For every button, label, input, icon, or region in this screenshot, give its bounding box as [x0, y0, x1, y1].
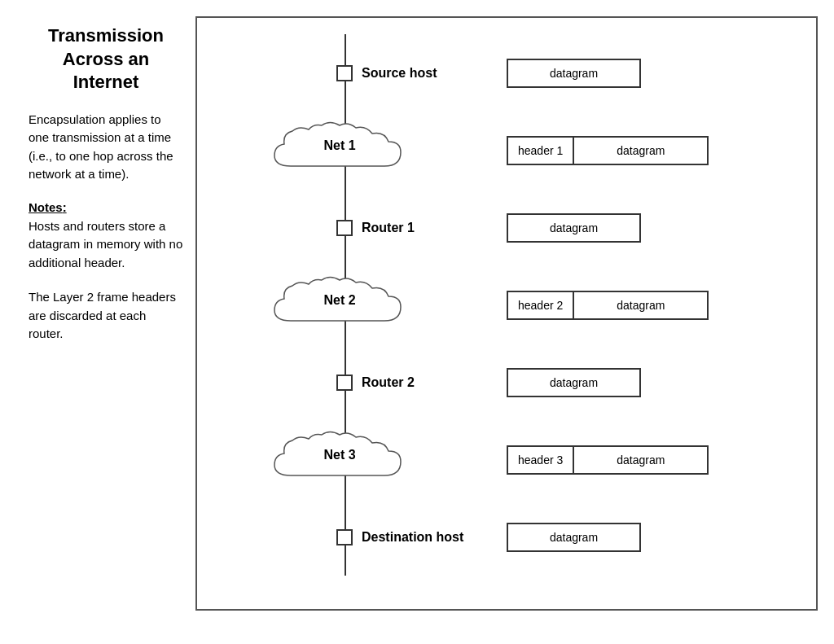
datagram-box-router1: datagram [507, 213, 641, 243]
header-box-net2: header 2 [507, 291, 574, 320]
datagram-box-destination-host: datagram [507, 523, 641, 552]
svg-text:Net 1: Net 1 [323, 138, 355, 152]
row-net1: Net 1 header 1datagram [205, 112, 808, 189]
square-node-router1 [336, 220, 353, 236]
diagram-inner: Source hostdatagram Net 1 header 1datagr… [205, 34, 808, 576]
datagram-box-net3: datagram [574, 445, 709, 475]
datagram-box-router2: datagram [507, 368, 641, 397]
square-node-source-host [336, 65, 353, 81]
datagram-box-net1: datagram [574, 136, 709, 165]
page-title: Transmission Across an Internet [29, 24, 183, 94]
cloud-node-net1: Net 1 [266, 121, 417, 180]
square-node-router2 [336, 375, 353, 391]
packet-area-net2: header 2datagram [482, 266, 808, 344]
row-router1: Router 1datagram [205, 189, 808, 266]
row-source-host: Source hostdatagram [205, 34, 808, 112]
row-net2: Net 2 header 2datagram [205, 266, 808, 344]
square-node-destination-host [336, 529, 353, 545]
packet-area-router2: datagram [482, 344, 808, 421]
cloud-node-net2: Net 2 [266, 276, 417, 335]
row-router2: Router 2datagram [205, 344, 808, 421]
diagram-panel: Source hostdatagram Net 1 header 1datagr… [195, 16, 818, 611]
cloud-node-net3: Net 3 [266, 431, 417, 489]
node-label-destination-host: Destination host [362, 530, 463, 545]
packet-area-net1: header 1datagram [482, 112, 808, 189]
svg-text:Net 2: Net 2 [323, 293, 355, 307]
node-label-router1: Router 1 [362, 221, 415, 235]
header-box-net1: header 1 [507, 136, 574, 165]
notes-text: Hosts and routers store a datagram in me… [29, 217, 183, 273]
header-box-net3: header 3 [507, 445, 574, 475]
node-label-source-host: Source host [362, 66, 437, 81]
row-net3: Net 3 header 3datagram [205, 421, 808, 498]
packet-area-router1: datagram [482, 189, 808, 266]
packet-area-source-host: datagram [482, 34, 808, 112]
layer-text: The Layer 2 frame headers are discarded … [29, 288, 183, 344]
notes-heading: Notes: [29, 200, 183, 214]
svg-text:Net 3: Net 3 [323, 448, 355, 462]
row-destination-host: Destination hostdatagram [205, 498, 808, 576]
packet-area-net3: header 3datagram [482, 421, 808, 498]
datagram-box-source-host: datagram [507, 59, 641, 88]
node-label-router2: Router 2 [362, 375, 415, 390]
description-text: Encapsulation applies to one transmissio… [29, 111, 183, 184]
datagram-box-net2: datagram [574, 291, 709, 320]
left-panel: Transmission Across an Internet Encapsul… [16, 16, 195, 352]
packet-area-destination-host: datagram [482, 498, 808, 576]
